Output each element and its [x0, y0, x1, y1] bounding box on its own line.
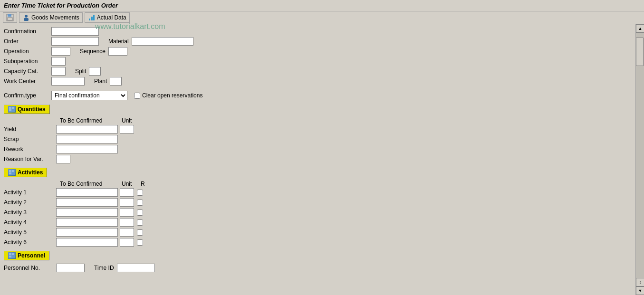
personnel-icon [8, 252, 16, 259]
scroll-up-icon: ▲ [638, 26, 643, 31]
form-area: Confirmation Order Material Operation Se… [0, 24, 635, 295]
scrap-input[interactable] [56, 135, 118, 143]
material-input[interactable] [132, 37, 193, 46]
reason-var-input[interactable] [56, 155, 70, 163]
rework-input[interactable] [56, 145, 118, 153]
svg-point-3 [25, 15, 28, 18]
activity-5-unit[interactable] [120, 228, 134, 237]
actual-data-button[interactable]: Actual Data [85, 12, 130, 23]
personnel-no-input[interactable] [56, 264, 85, 272]
scroll-down-button[interactable]: ▼ [636, 286, 644, 295]
activities-button[interactable]: Activities [4, 168, 47, 177]
activity-1-row: Activity 1 [4, 188, 632, 197]
activity-2-unit[interactable] [120, 198, 134, 207]
save-button[interactable] [3, 12, 17, 23]
chart-icon [88, 14, 96, 21]
order-label: Order [4, 38, 51, 45]
activity-6-checkbox[interactable] [137, 239, 143, 246]
order-material-row: Order Material [4, 37, 632, 46]
activity-1-input[interactable] [56, 188, 118, 197]
scrollbar-track[interactable] [636, 33, 644, 278]
scrap-label: Scrap [4, 136, 56, 143]
activity-3-row: Activity 3 [4, 208, 632, 217]
activity-4-checkbox[interactable] [137, 219, 143, 226]
work-center-label: Work Center [4, 78, 51, 85]
save-icon [6, 14, 14, 21]
activity-4-input[interactable] [56, 218, 118, 227]
activity-3-checkbox[interactable] [137, 209, 143, 216]
activities-section-header: Activities [4, 165, 632, 179]
activity-5-checkbox[interactable] [137, 229, 143, 236]
personnel-no-row: Personnel No. Time ID [4, 264, 632, 272]
operation-label: Operation [4, 48, 51, 55]
reason-var-row: Reason for Var. [4, 155, 632, 163]
scroll-up-button[interactable]: ▲ [636, 24, 644, 33]
svg-rect-5 [89, 19, 90, 20]
svg-rect-6 [91, 17, 93, 20]
svg-rect-19 [9, 256, 11, 257]
capacity-cat-input[interactable] [51, 67, 66, 76]
goods-movements-button[interactable]: Goods Movements [19, 12, 83, 23]
activity-6-input[interactable] [56, 238, 118, 247]
activity-6-unit[interactable] [120, 238, 134, 247]
activity-1-label: Activity 1 [4, 189, 56, 196]
activity-5-row: Activity 5 [4, 228, 632, 237]
operation-input[interactable] [51, 47, 70, 56]
sequence-input[interactable] [108, 47, 127, 56]
rework-row: Rework [4, 145, 632, 153]
activity-3-unit[interactable] [120, 208, 134, 217]
svg-rect-11 [9, 109, 11, 111]
scroll-down-icon: ▼ [638, 288, 643, 293]
title-bar: Enter Time Ticket for Production Order [0, 0, 644, 11]
activity-4-unit[interactable] [120, 218, 134, 227]
scroll-mid-icon: ↕ [639, 280, 642, 285]
activity-4-row: Activity 4 [4, 218, 632, 227]
plant-label: Plant [94, 78, 107, 85]
workcenter-plant-row: Work Center Plant [4, 77, 632, 86]
activity-2-label: Activity 2 [4, 199, 56, 206]
rework-label: Rework [4, 146, 56, 152]
svg-rect-14 [12, 170, 14, 172]
activity-5-input[interactable] [56, 228, 118, 237]
act-r-header: R [141, 181, 145, 187]
yield-input[interactable] [56, 125, 118, 133]
activities-icon [8, 169, 16, 176]
activity-1-checkbox[interactable] [137, 190, 143, 196]
personnel-button[interactable]: Personnel [4, 251, 49, 260]
time-id-label: Time ID [94, 265, 114, 271]
time-id-input[interactable] [117, 264, 155, 272]
activity-5-label: Activity 5 [4, 229, 56, 236]
confirm-type-row: Confirm.type Final confirmation Clear op… [4, 91, 632, 100]
activity-6-label: Activity 6 [4, 239, 56, 246]
capacity-split-row: Capacity Cat. Split [4, 67, 632, 76]
confirmation-input[interactable] [51, 27, 99, 36]
operation-sequence-row: Operation Sequence [4, 47, 632, 56]
activity-1-unit[interactable] [120, 188, 134, 197]
personnel-section-header: Personnel [4, 248, 632, 262]
scroll-mid-button[interactable]: ↕ [636, 278, 644, 286]
order-input[interactable] [51, 37, 99, 46]
activities-label: Activities [18, 169, 43, 176]
personnel-no-label: Personnel No. [4, 265, 56, 271]
quantities-icon [8, 106, 16, 113]
suboperation-input[interactable] [51, 57, 66, 66]
activity-3-input[interactable] [56, 208, 118, 217]
svg-rect-1 [8, 14, 11, 17]
quantities-label: Quantities [18, 106, 46, 113]
work-center-input[interactable] [51, 77, 85, 86]
activity-2-checkbox[interactable] [137, 200, 143, 206]
scrollbar-thumb[interactable] [636, 38, 644, 66]
act-to-be-confirmed-header: To Be Confirmed [60, 181, 122, 187]
clear-open-checkbox[interactable] [134, 93, 140, 99]
svg-rect-9 [9, 107, 11, 109]
yield-unit-input[interactable] [120, 125, 134, 133]
material-label: Material [108, 38, 129, 45]
person-icon [22, 14, 30, 21]
quantities-button[interactable]: Quantities [4, 105, 50, 114]
activity-2-input[interactable] [56, 198, 118, 207]
activity-4-label: Activity 4 [4, 219, 56, 226]
confirm-type-select[interactable]: Final confirmation [51, 91, 127, 100]
split-input[interactable] [89, 67, 101, 76]
capacity-cat-label: Capacity Cat. [4, 68, 51, 75]
plant-input[interactable] [110, 77, 122, 86]
